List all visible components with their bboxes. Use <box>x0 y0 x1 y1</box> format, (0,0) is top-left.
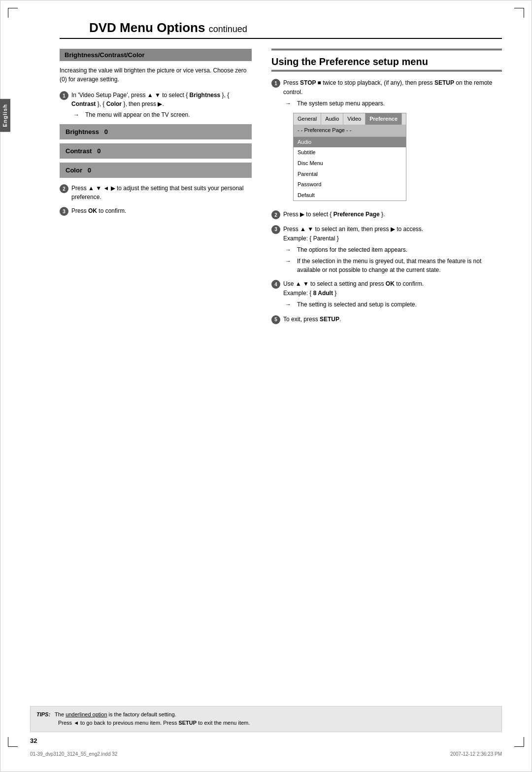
tab-video: Video <box>343 113 366 125</box>
right-step-1-content: Press STOP ■ twice to stop playback, (if… <box>283 78 502 205</box>
right-section-title: Using the Preference setup menu <box>271 49 502 68</box>
right-step-2-num: 2 <box>271 210 280 219</box>
title-divider <box>60 38 502 39</box>
right-step-4: 4 Use ▲ ▼ to select a setting and press … <box>271 279 502 310</box>
right-step-5-num: 5 <box>271 315 280 324</box>
right-step-1: 1 Press STOP ■ twice to stop playback, (… <box>271 78 502 205</box>
right-step-2-content: Press ▶ to select { Preference Page }. <box>283 210 502 219</box>
left-column: Brightness/Contrast/Color Increasing the… <box>60 49 252 329</box>
corner-mark-tl <box>8 8 18 18</box>
right-step-3-arrow2: If the selection in the menu is greyed o… <box>285 257 502 274</box>
right-step-3-content: Press ▲ ▼ to select an item, then press … <box>283 225 502 275</box>
setting-brightness: Brightness 0 <box>60 124 252 139</box>
step-2-content: Press ▲ ▼ ◄ ▶ to adjust the setting that… <box>71 184 252 201</box>
step-2: 2 Press ▲ ▼ ◄ ▶ to adjust the setting th… <box>60 184 252 201</box>
right-step-3-arrow1: The options for the selected item appear… <box>285 245 502 255</box>
tab-general: General <box>294 113 321 125</box>
step-1-num: 1 <box>60 91 68 100</box>
corner-mark-bl <box>8 737 18 747</box>
setup-tabs-row: General Audio Video Preference <box>294 113 406 125</box>
right-step-2: 2 Press ▶ to select { Preference Page }. <box>271 210 502 219</box>
menu-item-parental: Parental <box>294 169 406 180</box>
tab-preference: Preference <box>366 113 402 125</box>
tips-line2: Press ◄ to go back to previous menu item… <box>58 720 250 726</box>
step-2-num: 2 <box>60 184 68 193</box>
setup-menu-table: General Audio Video Preference - - Prefe… <box>293 113 406 201</box>
section-header-brightness: Brightness/Contrast/Color <box>60 49 252 61</box>
right-step-3: 3 Press ▲ ▼ to select an item, then pres… <box>271 225 502 275</box>
page: English DVD Menu Options continued Brigh… <box>0 0 532 772</box>
tips-line1: The underlined option is the factory def… <box>55 711 176 717</box>
preference-page-label: - - Preference Page - - <box>294 125 406 137</box>
setting-color: Color 0 <box>60 163 252 178</box>
step-1-content: In 'Video Setup Page', press ▲ ▼ to sele… <box>71 91 252 119</box>
english-tab: English <box>0 99 10 132</box>
step-3-content: Press OK to confirm. <box>71 206 252 215</box>
corner-mark-tr <box>514 8 524 18</box>
tab-audio: Audio <box>321 113 343 125</box>
menu-item-disc-menu: Disc Menu <box>294 158 406 169</box>
right-step-5-content: To exit, press SETUP. <box>283 315 502 324</box>
footer-file: 01-39_dvp3120_3124_55_eng2.indd 32 <box>30 751 117 757</box>
right-step-5: 5 To exit, press SETUP. <box>271 315 502 324</box>
corner-mark-br <box>514 737 524 747</box>
right-step-4-num: 4 <box>271 280 280 289</box>
footer-date: 2007-12-12 2:36:23 PM <box>450 751 502 757</box>
main-content: Brightness/Contrast/Color Increasing the… <box>60 49 502 329</box>
right-step-1-num: 1 <box>271 79 280 88</box>
menu-item-subtitle: Subtitle <box>294 147 406 158</box>
right-step-4-arrow: The setting is selected and setup is com… <box>285 300 502 309</box>
right-column: Using the Preference setup menu 1 Press … <box>271 49 502 329</box>
menu-item-default: Default <box>294 190 406 201</box>
page-number: 32 <box>30 737 37 744</box>
right-step-3-num: 3 <box>271 225 280 234</box>
menu-item-password: Password <box>294 179 406 190</box>
step-1-arrow: The menu will appear on the TV screen. <box>73 110 252 119</box>
step-3: 3 Press OK to confirm. <box>60 206 252 216</box>
step-1: 1 In 'Video Setup Page', press ▲ ▼ to se… <box>60 91 252 119</box>
right-step-1-arrow: The system setup menu appears. <box>285 99 502 108</box>
setting-contrast: Contrast 0 <box>60 143 252 159</box>
page-title: DVD Menu Options continued <box>89 20 247 35</box>
intro-text: Increasing the value will brighten the p… <box>60 66 252 84</box>
tips-label: TIPS: <box>36 711 50 717</box>
menu-item-audio: Audio <box>294 137 406 148</box>
right-section-divider <box>271 70 502 71</box>
right-step-4-content: Use ▲ ▼ to select a setting and press OK… <box>283 279 502 310</box>
tips-box: TIPS: The underlined option is the facto… <box>30 706 502 732</box>
step-3-num: 3 <box>60 207 68 216</box>
